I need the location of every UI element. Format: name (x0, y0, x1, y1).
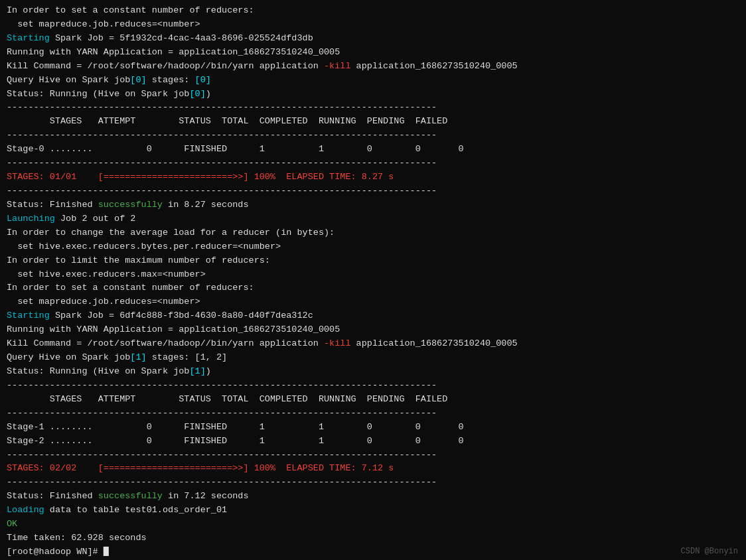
terminal-line: Starting Spark Job = 6df4c888-f3bd-4630-… (7, 309, 739, 323)
terminal-line: ----------------------------------------… (7, 476, 739, 490)
terminal-window: In order to set a constant number of red… (0, 0, 746, 560)
terminal-line: set mapreduce.job.reduces=<number> (7, 18, 739, 32)
terminal-line: Launching Job 2 out of 2 (7, 212, 739, 226)
terminal-line: In order to limit the maximum number of … (7, 254, 739, 268)
terminal-line: ----------------------------------------… (7, 129, 739, 143)
terminal-line: ----------------------------------------… (7, 407, 739, 421)
terminal-line: Kill Command = /root/software/hadoop//bi… (7, 337, 739, 351)
terminal-line: ----------------------------------------… (7, 379, 739, 393)
terminal-line: Stage-1 ........ 0 FINISHED 1 1 0 0 0 (7, 421, 739, 435)
terminal-line: STAGES: 01/01 [========================>… (7, 171, 739, 184)
watermark: CSDN @Bonyin (681, 545, 738, 558)
terminal-line: set hive.exec.reducers.max=<number> (7, 268, 739, 282)
terminal-line: Loading data to table test01.ods_order_0… (7, 504, 739, 518)
terminal-line: In order to set a constant number of red… (7, 4, 739, 18)
terminal-line: Query Hive on Spark job[0] stages: [0] (7, 74, 739, 88)
terminal-line: set hive.exec.reducers.bytes.per.reducer… (7, 240, 739, 254)
terminal-line: [root@hadoop WN]# █ (7, 545, 739, 559)
terminal-line: ----------------------------------------… (7, 101, 739, 115)
terminal-line: STAGES ATTEMPT STATUS TOTAL COMPLETED RU… (7, 115, 739, 129)
terminal-line: OK (7, 518, 739, 531)
terminal-content: In order to set a constant number of red… (7, 4, 739, 559)
terminal-line: Running with YARN Application = applicat… (7, 323, 739, 337)
terminal-line: Stage-2 ........ 0 FINISHED 1 1 0 0 0 (7, 435, 739, 449)
terminal-line: ----------------------------------------… (7, 184, 739, 198)
terminal-line: Time taken: 62.928 seconds (7, 531, 739, 545)
terminal-line: Starting Spark Job = 5f1932cd-4cac-4aa3-… (7, 32, 739, 46)
terminal-line: Status: Running (Hive on Spark job[1]) (7, 365, 739, 379)
terminal-line: STAGES ATTEMPT STATUS TOTAL COMPLETED RU… (7, 393, 739, 407)
terminal-line: In order to change the average load for … (7, 226, 739, 240)
terminal-line: Stage-0 ........ 0 FINISHED 1 1 0 0 0 (7, 143, 739, 157)
terminal-line: Running with YARN Application = applicat… (7, 46, 739, 60)
terminal-line: ----------------------------------------… (7, 157, 739, 171)
terminal-line: Kill Command = /root/software/hadoop//bi… (7, 60, 739, 74)
terminal-line: ----------------------------------------… (7, 449, 739, 462)
terminal-line: In order to set a constant number of red… (7, 281, 739, 295)
terminal-line: STAGES: 02/02 [========================>… (7, 462, 739, 476)
terminal-line: Status: Finished successfully in 8.27 se… (7, 198, 739, 212)
terminal-line: Status: Running (Hive on Spark job[0]) (7, 88, 739, 102)
terminal-line: Status: Finished successfully in 7.12 se… (7, 490, 739, 504)
terminal-line: set mapreduce.job.reduces=<number> (7, 295, 739, 309)
terminal-line: Query Hive on Spark job[1] stages: [1, 2… (7, 351, 739, 365)
